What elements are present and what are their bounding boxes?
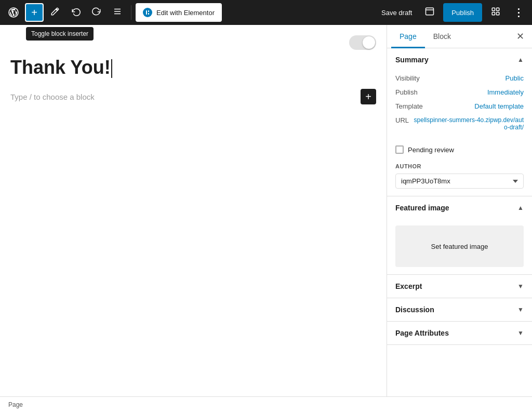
add-block-inline-button[interactable]: + bbox=[361, 89, 376, 104]
tools-icon bbox=[50, 7, 60, 19]
url-label: URL bbox=[395, 116, 413, 124]
toggle-knob bbox=[363, 36, 375, 49]
svg-rect-12 bbox=[497, 12, 499, 15]
visibility-value[interactable]: Public bbox=[506, 74, 524, 82]
redo-button[interactable] bbox=[87, 3, 106, 22]
editor-area: Thank You! Type / to choose a block + bbox=[0, 25, 387, 396]
sidebar: Page Block ✕ Summary ▲ Visibility Public bbox=[387, 25, 532, 396]
status-bar: Page bbox=[0, 396, 532, 412]
toggle-block-inserter-tooltip: Toggle block inserter bbox=[26, 27, 94, 41]
featured-image-title: Featured image bbox=[395, 204, 449, 212]
publish-value[interactable]: Immediately bbox=[487, 88, 524, 96]
set-featured-image-label: Set featured image bbox=[431, 243, 488, 250]
page-attributes-title: Page Attributes bbox=[395, 329, 449, 337]
tools-button[interactable] bbox=[46, 3, 64, 22]
template-row: Template Default template bbox=[395, 99, 524, 113]
toolbar-right: Save draft Publish bbox=[377, 3, 528, 22]
url-row: URL spellspinner-summers-4o.zipwp.dev/au… bbox=[395, 113, 524, 134]
undo-button[interactable] bbox=[66, 3, 85, 22]
author-select[interactable]: iqmPP3UoT8mx bbox=[395, 174, 524, 189]
excerpt-section: Excerpt ▼ bbox=[387, 275, 532, 298]
publish-label: Publish bbox=[451, 9, 474, 17]
excerpt-header[interactable]: Excerpt ▼ bbox=[387, 275, 532, 298]
svg-rect-4 bbox=[146, 10, 147, 15]
page-title-field[interactable]: Thank You! bbox=[10, 56, 376, 78]
tab-block-label: Block bbox=[433, 32, 451, 41]
discussion-title: Discussion bbox=[395, 305, 434, 314]
svg-rect-5 bbox=[148, 10, 149, 12]
featured-image-body: Set featured image bbox=[387, 219, 532, 274]
publish-label-sidebar: Publish bbox=[395, 88, 422, 96]
add-block-inline-icon: + bbox=[365, 91, 371, 103]
redo-icon bbox=[92, 7, 101, 19]
featured-image-header[interactable]: Featured image ▲ bbox=[387, 196, 532, 219]
add-block-button[interactable]: + bbox=[25, 3, 44, 22]
featured-image-placeholder[interactable]: Set featured image bbox=[395, 225, 524, 267]
wp-logo-button[interactable] bbox=[4, 3, 23, 22]
template-label: Template bbox=[395, 102, 427, 110]
sidebar-close-button[interactable]: ✕ bbox=[512, 29, 528, 44]
featured-image-chevron-icon: ▲ bbox=[517, 204, 524, 211]
title-cursor bbox=[111, 59, 112, 78]
excerpt-title: Excerpt bbox=[395, 282, 422, 290]
save-draft-label: Save draft bbox=[381, 9, 412, 17]
publish-row: Publish Immediately bbox=[395, 85, 524, 99]
author-section: AUTHOR iqmPP3UoT8mx bbox=[387, 161, 532, 196]
excerpt-chevron-icon: ▼ bbox=[517, 283, 524, 290]
svg-rect-6 bbox=[148, 13, 149, 15]
set-featured-image-button[interactable]: Set featured image bbox=[431, 243, 488, 250]
visibility-label: Visibility bbox=[395, 74, 424, 82]
edit-with-elementor-label: Edit with Elementor bbox=[156, 9, 215, 17]
pending-review-label: Pending review bbox=[408, 146, 454, 154]
close-icon: ✕ bbox=[516, 31, 524, 42]
template-value[interactable]: Default template bbox=[474, 102, 524, 110]
tab-block[interactable]: Block bbox=[425, 25, 459, 48]
summary-body: Visibility Public Publish Immediately Te… bbox=[387, 71, 532, 141]
page-title-text: Thank You! bbox=[10, 57, 111, 78]
settings-icon bbox=[491, 7, 500, 19]
svg-rect-9 bbox=[492, 8, 495, 10]
block-placeholder: Type / to choose a block + bbox=[10, 89, 376, 104]
svg-rect-10 bbox=[497, 8, 499, 10]
edit-with-elementor-button[interactable]: Edit with Elementor bbox=[136, 3, 222, 22]
toolbar: + bbox=[0, 0, 532, 25]
options-icon: ⋮ bbox=[513, 6, 524, 19]
summary-section-header[interactable]: Summary ▲ bbox=[387, 48, 532, 71]
settings-button[interactable] bbox=[486, 3, 505, 22]
list-view-button[interactable] bbox=[108, 3, 127, 22]
summary-title: Summary bbox=[395, 56, 429, 64]
status-bar-label: Page bbox=[8, 401, 23, 408]
options-button[interactable]: ⋮ bbox=[509, 3, 528, 22]
tab-page-label: Page bbox=[400, 32, 417, 41]
url-value[interactable]: spellspinner-summers-4o.zipwp.dev/auto-d… bbox=[413, 116, 524, 131]
discussion-chevron-icon: ▼ bbox=[517, 306, 524, 313]
undo-icon bbox=[71, 7, 81, 19]
editor-toggle[interactable] bbox=[349, 35, 376, 50]
author-label: AUTHOR bbox=[395, 163, 524, 169]
main-area: Thank You! Type / to choose a block + Pa… bbox=[0, 25, 532, 396]
view-icon bbox=[425, 7, 434, 19]
discussion-section: Discussion ▼ bbox=[387, 298, 532, 322]
page-attributes-section: Page Attributes ▼ bbox=[387, 322, 532, 345]
summary-chevron-icon: ▲ bbox=[517, 56, 524, 63]
discussion-header[interactable]: Discussion ▼ bbox=[387, 298, 532, 321]
visibility-row: Visibility Public bbox=[395, 71, 524, 85]
publish-button[interactable]: Publish bbox=[443, 3, 482, 22]
view-button[interactable] bbox=[420, 3, 439, 22]
elementor-icon bbox=[143, 8, 152, 17]
page-attributes-header[interactable]: Page Attributes ▼ bbox=[387, 322, 532, 344]
pending-review-checkbox[interactable] bbox=[395, 145, 404, 154]
block-placeholder-text: Type / to choose a block bbox=[10, 92, 95, 101]
toolbar-left: + bbox=[4, 3, 222, 22]
svg-rect-11 bbox=[492, 12, 495, 15]
page-attributes-chevron-icon: ▼ bbox=[517, 329, 524, 337]
list-view-icon bbox=[113, 7, 122, 19]
featured-image-section: Featured image ▲ Set featured image bbox=[387, 196, 532, 275]
summary-section: Summary ▲ Visibility Public Publish Imme… bbox=[387, 48, 532, 196]
editor-content: Thank You! Type / to choose a block + bbox=[10, 56, 376, 104]
pending-review-row: Pending review bbox=[387, 141, 532, 161]
save-draft-button[interactable]: Save draft bbox=[377, 3, 416, 22]
tab-page[interactable]: Page bbox=[391, 25, 425, 48]
svg-rect-7 bbox=[426, 8, 434, 15]
sidebar-tabs: Page Block ✕ bbox=[387, 25, 532, 48]
